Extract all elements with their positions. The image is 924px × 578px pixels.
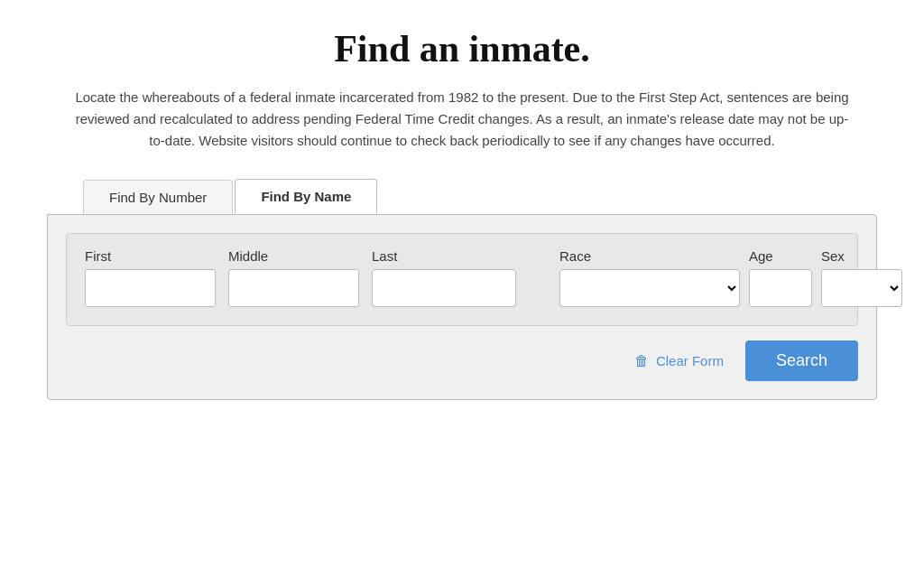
page-container: Find an inmate. Locate the whereabouts o… xyxy=(29,0,895,427)
age-label: Age xyxy=(749,248,812,264)
fields-section: First Middle Last Race xyxy=(66,233,858,326)
first-input[interactable] xyxy=(85,269,216,307)
age-input[interactable] xyxy=(749,269,812,307)
page-title: Find an inmate. xyxy=(47,27,877,70)
sex-field-group: Sex Male Female xyxy=(821,248,902,307)
last-input[interactable] xyxy=(372,269,516,307)
name-fields: First Middle Last xyxy=(85,248,516,307)
search-button[interactable]: Search xyxy=(745,340,858,381)
extra-fields: Race Black White Asian American Indian U… xyxy=(559,248,902,307)
middle-input[interactable] xyxy=(228,269,359,307)
race-label: Race xyxy=(559,248,740,264)
clear-form-button[interactable]: 🗑 Clear Form xyxy=(627,348,731,375)
tabs-container: Find By Number Find By Name xyxy=(83,179,877,214)
last-label: Last xyxy=(372,248,516,264)
trash-icon: 🗑 xyxy=(634,353,649,369)
last-field-group: Last xyxy=(372,248,516,307)
race-field-group: Race Black White Asian American Indian U… xyxy=(559,248,740,307)
middle-label: Middle xyxy=(228,248,359,264)
first-label: First xyxy=(85,248,216,264)
form-panel: First Middle Last Race xyxy=(47,214,877,400)
age-field-group: Age xyxy=(749,248,812,307)
form-footer: 🗑 Clear Form Search xyxy=(66,340,858,381)
sex-select[interactable]: Male Female xyxy=(821,269,902,307)
race-select[interactable]: Black White Asian American Indian Unknow… xyxy=(559,269,740,307)
first-field-group: First xyxy=(85,248,216,307)
tab-find-by-number[interactable]: Find By Number xyxy=(83,180,233,214)
tab-find-by-name[interactable]: Find By Name xyxy=(235,179,377,214)
middle-field-group: Middle xyxy=(228,248,359,307)
page-description: Locate the whereabouts of a federal inma… xyxy=(74,87,850,152)
sex-label: Sex xyxy=(821,248,902,264)
clear-form-label: Clear Form xyxy=(656,353,724,368)
